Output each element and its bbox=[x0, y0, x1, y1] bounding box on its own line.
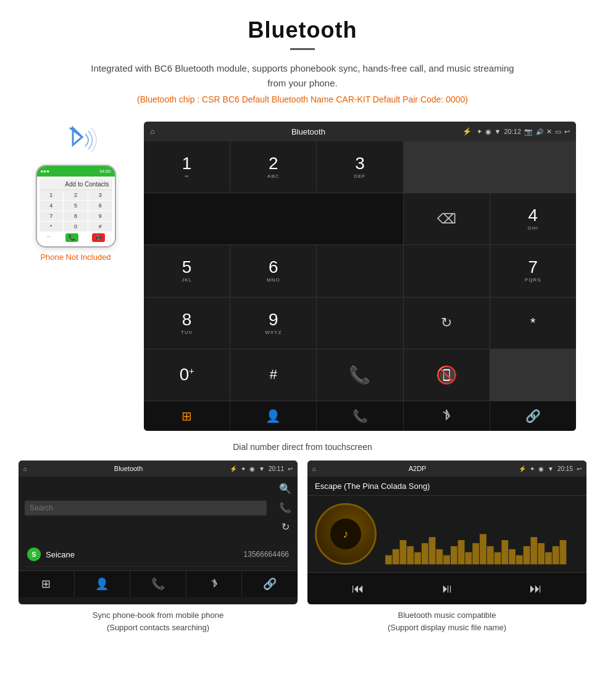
pb-contact-list: S Seicane 13566664466 bbox=[19, 539, 298, 570]
dial-display bbox=[144, 193, 403, 244]
dial-bottom-nav: ⊞ 👤 📞 🔗 bbox=[144, 401, 576, 431]
page-header: Bluetooth Integrated with BC6 Bluetooth … bbox=[0, 0, 605, 110]
dial-key-6[interactable]: 6 MNO bbox=[230, 245, 316, 296]
nav-contacts-icon[interactable]: 👤 bbox=[230, 401, 317, 431]
play-pause-button[interactable]: ⏯ bbox=[436, 579, 458, 598]
next-track-button[interactable]: ⏭ bbox=[525, 579, 547, 598]
phone-key-8[interactable]: 8 bbox=[64, 211, 88, 221]
home-icon[interactable]: ⌂ bbox=[150, 127, 154, 136]
phone-not-included-label: Phone Not Included bbox=[40, 252, 111, 262]
phone-key-3[interactable]: 3 bbox=[88, 190, 112, 200]
dial-key-2[interactable]: 2 ABC bbox=[230, 141, 316, 193]
pb-refresh-icon[interactable]: ↻ bbox=[277, 519, 294, 535]
page-title: Bluetooth bbox=[0, 17, 605, 43]
pb-caption-2: (Support contacts searching) bbox=[107, 623, 209, 632]
nav-phone-icon[interactable]: 📞 bbox=[317, 401, 403, 431]
dial-screen-title: Bluetooth bbox=[159, 127, 457, 136]
dial-key-5[interactable]: 5 JKL bbox=[144, 245, 230, 296]
phone-mockup: ●●● M:00 Add to Contacts 1 2 3 4 5 6 7 8… bbox=[36, 165, 116, 248]
phone-key-0[interactable]: 0 bbox=[64, 222, 88, 231]
pb-back-icon[interactable]: ↩ bbox=[288, 465, 293, 472]
dial-key-8[interactable]: 8 TUV bbox=[144, 298, 230, 349]
pb-search-input[interactable] bbox=[25, 501, 267, 515]
pb-title: Bluetooth bbox=[31, 465, 226, 472]
music-screen-wrap: ⌂ A2DP ⚡ ✦ ◉ ▼ 20:15 ↩ Escape (The Pina … bbox=[307, 460, 586, 638]
dial-empty-3 bbox=[317, 298, 403, 349]
usb-icon: ⚡ bbox=[462, 127, 472, 136]
dial-key-star[interactable]: * bbox=[490, 298, 576, 349]
prev-track-button[interactable]: ⏮ bbox=[347, 579, 369, 598]
time-display: 20:12 bbox=[504, 128, 521, 135]
contact-avatar: S bbox=[27, 548, 41, 561]
svg-rect-10 bbox=[458, 540, 465, 564]
phone-key-7[interactable]: 7 bbox=[40, 211, 64, 221]
pb-phone-icon[interactable]: 📞 bbox=[277, 499, 294, 516]
pb-home-icon[interactable]: ⌂ bbox=[23, 465, 27, 472]
svg-rect-4 bbox=[414, 552, 421, 565]
dial-key-hash[interactable]: # bbox=[230, 349, 316, 401]
phone-bottom-row: ← 📞 📵 bbox=[40, 231, 112, 244]
pb-search-area: 🔍 📞 ↻ bbox=[19, 477, 298, 539]
nav-bluetooth-icon[interactable] bbox=[404, 401, 490, 431]
pb-time: 20:11 bbox=[269, 465, 284, 472]
pb-contact-item: S Seicane 13566664466 bbox=[25, 543, 291, 567]
phone-key-9[interactable]: 9 bbox=[88, 211, 112, 221]
bluetooth-specs: (Bluetooth chip : CSR BC6 Default Blueto… bbox=[0, 94, 605, 104]
status-icons: ✦ ◉ ▼ 20:12 📷 🔊 ✕ ▭ ↩ bbox=[477, 128, 570, 136]
nav-dialpad-icon[interactable]: ⊞ bbox=[144, 401, 230, 431]
phone-display: Add to Contacts bbox=[40, 179, 112, 190]
svg-rect-11 bbox=[465, 552, 472, 565]
phone-key-1[interactable]: 1 bbox=[40, 190, 64, 200]
phone-key-hash[interactable]: # bbox=[88, 222, 112, 231]
phone-key-2[interactable]: 2 bbox=[64, 190, 88, 200]
phone-key-6[interactable]: 6 bbox=[88, 201, 112, 210]
close-icon[interactable]: ✕ bbox=[546, 128, 552, 136]
nav-link-icon[interactable]: 🔗 bbox=[490, 401, 576, 431]
svg-rect-17 bbox=[509, 549, 515, 565]
svg-rect-19 bbox=[524, 546, 530, 564]
phone-key-4[interactable]: 4 bbox=[40, 201, 64, 210]
phone-section: ●●● M:00 Add to Contacts 1 2 3 4 5 6 7 8… bbox=[19, 122, 133, 262]
call-button[interactable]: 📞 bbox=[317, 349, 403, 401]
end-call-button[interactable]: 📵 bbox=[404, 349, 490, 401]
pb-nav-bt[interactable] bbox=[186, 571, 243, 597]
pb-nav-person[interactable]: 👤 bbox=[75, 571, 131, 597]
phonebook-screen: ⌂ Bluetooth ⚡ ✦ ◉ ▼ 20:11 ↩ 🔍 📞 ↻ bbox=[19, 460, 298, 604]
phone-key-5[interactable]: 5 bbox=[64, 201, 88, 210]
music-loc-icon: ◉ bbox=[538, 465, 544, 472]
svg-rect-2 bbox=[400, 540, 407, 564]
album-art: ♪ bbox=[315, 503, 377, 565]
pb-nav-grid[interactable]: ⊞ bbox=[19, 571, 75, 597]
dial-empty-1 bbox=[317, 245, 403, 296]
backspace-button[interactable]: ⌫ bbox=[404, 193, 490, 244]
back-icon[interactable]: ↩ bbox=[564, 128, 570, 136]
phone-end-button[interactable]: 📵 bbox=[92, 233, 105, 242]
svg-rect-5 bbox=[422, 543, 428, 564]
phone-time: M:00 bbox=[100, 169, 111, 174]
window-icon: ▭ bbox=[555, 128, 561, 136]
volume-icon: 🔊 bbox=[536, 128, 543, 135]
dial-key-1[interactable]: 1 ∞ bbox=[144, 141, 230, 193]
music-visualizer bbox=[385, 515, 579, 565]
dial-key-4[interactable]: 4 GHI bbox=[490, 193, 576, 244]
bottom-screens: ⌂ Bluetooth ⚡ ✦ ◉ ▼ 20:11 ↩ 🔍 📞 ↻ bbox=[0, 460, 605, 638]
pb-nav-link[interactable]: 🔗 bbox=[242, 571, 298, 597]
music-back-icon[interactable]: ↩ bbox=[577, 465, 582, 472]
bluetooth-status-icon: ✦ bbox=[477, 128, 482, 136]
phone-key-star[interactable]: * bbox=[40, 222, 64, 231]
phone-top-bar: ●●● M:00 bbox=[37, 166, 115, 177]
svg-rect-13 bbox=[480, 534, 486, 564]
phone-back-icon: ← bbox=[46, 233, 52, 242]
dial-key-3[interactable]: 3 DEF bbox=[317, 141, 403, 193]
music-title: A2DP bbox=[320, 465, 515, 472]
phone-call-button[interactable]: 📞 bbox=[65, 233, 78, 242]
dial-key-9[interactable]: 9 WXYZ bbox=[230, 298, 316, 349]
pb-search-icon[interactable]: 🔍 bbox=[277, 480, 294, 497]
refresh-button[interactable]: ↻ bbox=[404, 298, 490, 349]
dial-key-0[interactable]: 0+ bbox=[144, 349, 230, 401]
song-title-bar: Escape (The Pina Colada Song) bbox=[307, 477, 586, 496]
music-home-icon[interactable]: ⌂ bbox=[312, 465, 316, 472]
pb-nav-phone[interactable]: 📞 bbox=[130, 571, 186, 597]
dial-key-7[interactable]: 7 PQRS bbox=[490, 245, 576, 296]
svg-rect-18 bbox=[516, 556, 523, 565]
